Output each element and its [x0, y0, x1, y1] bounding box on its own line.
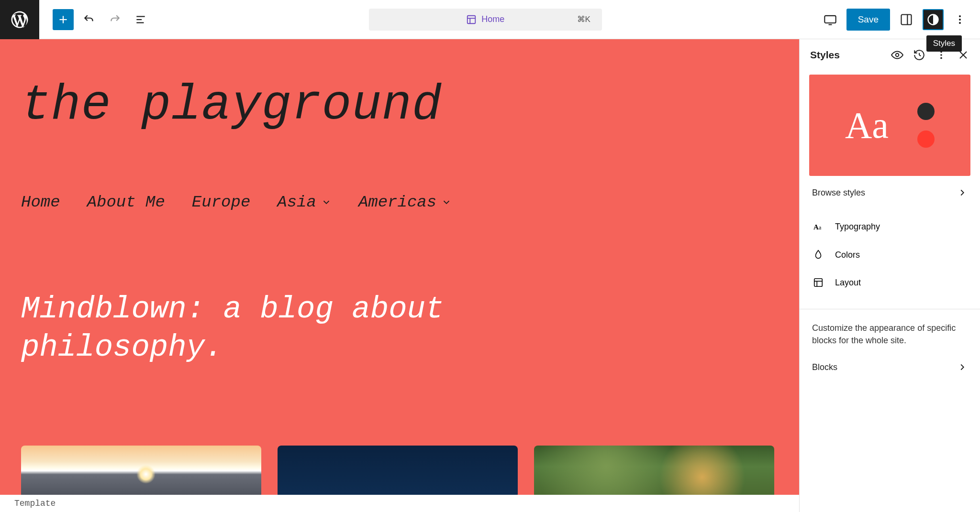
post-card-3[interactable]: [534, 446, 774, 498]
chevron-right-icon: [957, 187, 968, 198]
revisions-button[interactable]: [913, 49, 925, 61]
svg-text:A: A: [813, 223, 819, 231]
nav-item-americas[interactable]: Americas: [358, 193, 452, 211]
redo-button[interactable]: [104, 9, 125, 30]
style-preview-card[interactable]: Aa: [809, 75, 970, 176]
template-label: Home: [481, 14, 504, 24]
layout-icon: [466, 14, 477, 25]
svg-point-13: [959, 15, 961, 17]
keyboard-shortcut: ⌘K: [577, 14, 590, 24]
browse-styles-row[interactable]: Browse styles: [800, 176, 980, 209]
colors-icon: [812, 250, 824, 260]
save-button[interactable]: Save: [846, 9, 890, 31]
add-block-button[interactable]: [53, 9, 74, 30]
settings-sidebar-button[interactable]: [896, 9, 917, 30]
site-navigation: Home About Me Europe Asia Americas: [21, 193, 778, 211]
styles-sidebar: Styles Aa Browse styles: [799, 39, 980, 512]
post-card-2[interactable]: [278, 446, 518, 498]
color-swatch-dark: [917, 103, 935, 120]
chevron-down-icon: [321, 197, 332, 207]
post-card-1[interactable]: [21, 446, 261, 498]
view-button[interactable]: [820, 9, 841, 30]
sidebar-title: Styles: [810, 49, 840, 61]
svg-rect-10: [902, 14, 912, 24]
wordpress-logo[interactable]: [0, 0, 39, 39]
svg-rect-5: [468, 15, 476, 23]
page-tagline[interactable]: Mindblown: a blog about philosophy.: [21, 290, 547, 367]
color-swatches: [917, 103, 935, 148]
nav-item-asia[interactable]: Asia: [277, 193, 332, 211]
svg-point-15: [959, 22, 961, 24]
svg-point-20: [940, 54, 942, 56]
blocks-label: Blocks: [812, 362, 837, 372]
editor-canvas[interactable]: the playground Home About Me Europe Asia…: [0, 39, 799, 512]
svg-point-16: [896, 54, 899, 57]
styles-button[interactable]: [923, 9, 944, 30]
svg-rect-26: [814, 279, 823, 287]
post-grid: [21, 446, 778, 498]
top-toolbar: Home ⌘K Save Styles: [0, 0, 980, 39]
blocks-description: Customize the appearance of specific blo…: [800, 309, 980, 350]
template-selector[interactable]: Home ⌘K: [369, 9, 602, 31]
site-title[interactable]: the playground: [21, 77, 778, 133]
undo-button[interactable]: [78, 9, 100, 30]
nav-item-home[interactable]: Home: [21, 193, 60, 211]
chevron-right-icon: [957, 362, 968, 372]
styles-tooltip: Styles: [926, 35, 962, 52]
layout-icon: [812, 277, 824, 288]
typography-sample: Aa: [845, 104, 889, 147]
layout-item[interactable]: Layout: [812, 269, 968, 296]
svg-text:a: a: [819, 224, 822, 231]
color-swatch-red: [917, 131, 935, 148]
breadcrumb-bar: Template: [0, 495, 799, 512]
typography-icon: Aa: [812, 221, 824, 232]
colors-item[interactable]: Colors: [812, 241, 968, 269]
blocks-row[interactable]: Blocks: [800, 350, 980, 384]
style-book-button[interactable]: [891, 49, 903, 61]
list-view-button[interactable]: [130, 9, 151, 30]
browse-styles-label: Browse styles: [812, 188, 865, 198]
svg-rect-8: [824, 15, 835, 22]
breadcrumb[interactable]: Template: [14, 499, 56, 508]
nav-item-about[interactable]: About Me: [87, 193, 165, 211]
svg-line-18: [919, 55, 921, 56]
nav-item-europe[interactable]: Europe: [192, 193, 250, 211]
typography-item[interactable]: Aa Typography: [812, 212, 968, 241]
svg-point-14: [959, 19, 961, 21]
more-options-button[interactable]: [949, 9, 970, 30]
svg-point-21: [940, 57, 942, 59]
chevron-down-icon: [441, 197, 452, 207]
